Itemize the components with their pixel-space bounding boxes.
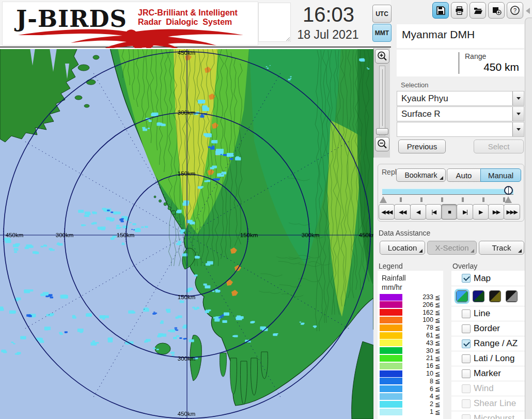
mmt-button[interactable]: MMT [372, 24, 392, 42]
legend-row: 233≦ [380, 293, 441, 301]
checkbox[interactable] [462, 274, 471, 283]
location-button[interactable]: Location [380, 241, 425, 255]
overlay-item-wind[interactable]: Wind [451, 381, 525, 396]
legend-operator: ≦ [435, 393, 441, 400]
selection-label: Selection [401, 81, 428, 89]
open-folder-icon [473, 6, 483, 15]
site-dropdown-button[interactable] [512, 91, 524, 105]
legend-operator: ≦ [435, 354, 441, 362]
style-black-olive-swatch[interactable] [489, 290, 501, 302]
legend-row: 43≦ [380, 339, 441, 347]
option-dropdown[interactable] [397, 122, 524, 137]
radar-map[interactable]: 450km300km150km150km300km450km450km300km… [0, 48, 373, 419]
overlay-item-microburst[interactable]: Microburst [451, 411, 525, 419]
checkbox[interactable] [462, 369, 471, 378]
zoom-out-button[interactable] [375, 137, 389, 151]
replay-timeline-handle[interactable] [504, 186, 513, 195]
previous-button[interactable]: Previous [398, 139, 446, 153]
range-panel: Range 450 km [397, 50, 524, 76]
overlay-item-border[interactable]: Border [451, 321, 525, 336]
legend-operator: ≦ [435, 293, 441, 301]
checkbox[interactable] [462, 414, 471, 419]
play-button[interactable]: ▶ [473, 204, 489, 220]
checkbox[interactable] [462, 309, 471, 318]
legend-row: 4≦ [380, 393, 441, 400]
select-button[interactable]: Select [474, 139, 524, 153]
checkbox[interactable] [462, 399, 471, 408]
site-dropdown[interactable]: Kyauk Phyu [397, 91, 524, 106]
utc-button[interactable]: UTC [372, 5, 392, 23]
overlay-item-map[interactable]: Map [451, 271, 525, 286]
style-blue-green-swatch[interactable] [456, 290, 468, 302]
site-dropdown-value: Kyauk Phyu [397, 91, 512, 105]
timeline-tick [503, 197, 505, 202]
legend-operator: ≦ [435, 301, 441, 308]
button-label: Track [492, 243, 511, 252]
ring-distance-label: 150km [178, 294, 196, 300]
forward-fastest-button[interactable]: ▶▶▶ [504, 204, 520, 220]
zoom-slider-track[interactable] [379, 66, 385, 136]
product-dropdown[interactable]: Surface R [397, 106, 524, 121]
legend-color-swatch [380, 393, 402, 400]
legend-color-swatch [380, 309, 402, 316]
logo-tagline: JRC-Brilliant & Intelligent Radar Dialog… [138, 8, 238, 27]
legend-color-swatch [380, 363, 402, 369]
legend-value: 61 [402, 332, 435, 339]
overlay-item-shear-line[interactable]: Shear Line [451, 396, 525, 411]
legend-operator: ≦ [435, 370, 441, 378]
collapse-panel-icon[interactable] [526, 8, 530, 14]
legend-color-swatch [380, 347, 402, 354]
legend-row: 10≦ [380, 370, 441, 377]
track-button[interactable]: Track [479, 241, 524, 255]
print-icon [455, 6, 464, 15]
print-button[interactable] [451, 2, 467, 19]
overlay-item-marker[interactable]: Marker [451, 366, 525, 381]
manual-button[interactable]: Manual [480, 168, 521, 182]
zoom-slider-handle[interactable] [376, 128, 388, 135]
option-dropdown-button[interactable] [512, 122, 524, 136]
product-dropdown-value: Surface R [397, 107, 512, 121]
checkbox[interactable] [462, 354, 471, 363]
replay-timeline-track[interactable] [382, 189, 513, 195]
ring-distance-label: 450km [359, 232, 373, 238]
overlay-item-lati-long[interactable]: Lati / Long [451, 351, 525, 366]
legend-value: 1 [402, 408, 435, 415]
save-button[interactable] [432, 2, 449, 19]
chevron-down-icon [517, 128, 521, 131]
jbirds-app: { "header": { "logo_title": "J-BIRDS", "… [0, 0, 532, 419]
legend-color-swatch [380, 401, 402, 408]
legend-value: 10 [402, 370, 435, 377]
ring-distance-label: 300km [178, 110, 196, 116]
style-black-gray-swatch[interactable] [506, 290, 518, 302]
product-dropdown-button[interactable] [512, 107, 524, 121]
bookmark-label: Bookmark [404, 171, 437, 179]
save-icon [436, 6, 446, 15]
help-button[interactable]: ? [507, 2, 523, 19]
overlay-item-line[interactable]: Line [451, 306, 525, 321]
legend-row: 61≦ [380, 332, 441, 339]
checkbox[interactable] [462, 324, 471, 333]
x-section-button[interactable]: X-Section [427, 241, 477, 255]
rewind-button[interactable]: ◀ [410, 204, 426, 220]
step-back-button[interactable]: |◀ [426, 204, 442, 220]
transport-controls: ◀◀◀◀◀◀|◀■▶|▶▶▶▶▶▶ [379, 204, 524, 220]
stop-button[interactable]: ■ [441, 204, 457, 220]
open-folder-button[interactable] [470, 2, 486, 19]
checkbox[interactable] [462, 339, 471, 348]
rewind-fast-button[interactable]: ◀◀ [394, 204, 410, 220]
style-navy-green-swatch[interactable] [473, 290, 484, 302]
add-image-button[interactable] [488, 2, 505, 19]
panel-splitter[interactable] [525, 18, 532, 419]
legend-operator: ≦ [435, 362, 441, 370]
rewind-fastest-button[interactable]: ◀◀◀ [379, 204, 395, 220]
overlay-item-label: Line [474, 308, 490, 319]
zoom-in-button[interactable] [375, 49, 389, 64]
step-forward-button[interactable]: ▶| [457, 204, 473, 220]
legend-row: 16≦ [380, 362, 441, 369]
auto-button[interactable]: Auto [447, 168, 481, 182]
checkbox[interactable] [462, 384, 471, 393]
overlay-item-range-az[interactable]: Range / AZ [451, 336, 525, 351]
bookmark-button[interactable]: Bookmark [396, 168, 446, 182]
forward-fast-button[interactable]: ▶▶ [488, 204, 504, 220]
clock-time: 16:03 [295, 3, 362, 26]
